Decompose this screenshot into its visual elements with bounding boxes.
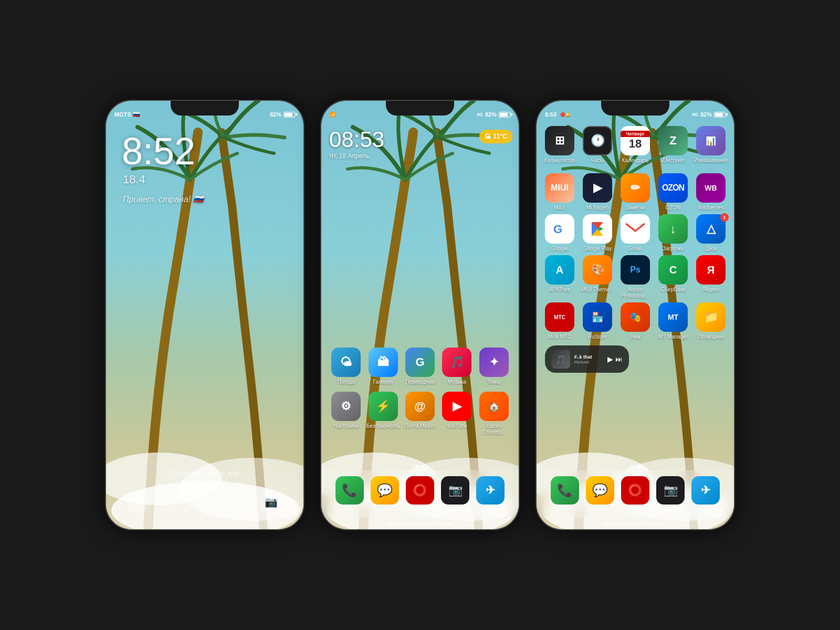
app-zarchiver[interactable]: Z ZArchiver: [656, 126, 690, 164]
dock3-messages[interactable]: 💬: [584, 476, 616, 505]
app-gmail[interactable]: Gmail: [618, 214, 652, 252]
app-miui[interactable]: MIUI MIUI: [543, 173, 576, 211]
app-rustore[interactable]: 🏪 RuStore: [581, 302, 614, 340]
app-gallery[interactable]: 🏔 Галерея: [366, 348, 400, 385]
app-row-3-2: MIUI MIUI ▶ Mi Видео ✏ Заметки OZON OZON: [541, 173, 730, 211]
dock-messages[interactable]: 💬: [369, 476, 401, 505]
app-yandex[interactable]: Я Яндекс: [694, 255, 728, 293]
app-xiaomi[interactable]: 🏠 9 Xiaomi Commu...: [477, 392, 511, 436]
svg-text:G: G: [553, 223, 562, 236]
app-calculator[interactable]: ⊞ Калькулятор: [543, 126, 576, 164]
dock3-phone[interactable]: 📞: [549, 476, 581, 505]
app-photoshop[interactable]: Ps Adobe Photoshop...: [618, 255, 652, 299]
app-wb[interactable]: WB Wildberries: [694, 173, 728, 211]
mtmanager-icon: MT: [658, 302, 688, 332]
mivideo-icon: ▶: [583, 173, 612, 203]
app-notes[interactable]: ✏ Заметки: [618, 173, 652, 211]
notch-1: [171, 101, 239, 116]
app-settings[interactable]: ⚙ Настройки: [329, 392, 363, 429]
app-calendar[interactable]: Четверг 18 Календарь: [618, 126, 652, 164]
downloads-icon: ↓: [658, 214, 688, 244]
app-miuitheme[interactable]: 🎨 MIUI Theme...: [581, 255, 614, 293]
app-weather[interactable]: 🌤 Погода: [329, 348, 363, 385]
dock3-camera[interactable]: 📷: [655, 476, 686, 505]
app-yama[interactable]: 🎭 Яма: [618, 302, 652, 340]
notes-label: Заметки: [625, 205, 645, 211]
rustore-label: RuStore: [588, 334, 607, 340]
mired3-app-icon: ⭕: [621, 476, 649, 505]
music-controls[interactable]: ▶ ⏭: [607, 355, 623, 363]
clock-label: Часы: [591, 158, 604, 164]
app-ozon[interactable]: OZON OZON: [656, 173, 690, 211]
clock-icon: 🕐: [583, 126, 612, 155]
app-mymts[interactable]: МТС Мой МТС: [543, 302, 576, 340]
app-mivideo[interactable]: ▶ Mi Видео: [581, 173, 614, 211]
files-label: Проводник: [698, 334, 724, 340]
flashlight-button[interactable]: ⊙: [127, 490, 150, 513]
app-sberbank[interactable]: С СберБанк: [656, 255, 690, 293]
app-row-3-1: ⊞ Калькулятор 🕐 Часы Четверг 18 Календар…: [541, 126, 730, 170]
battery-pct-2: 82%: [485, 111, 497, 118]
status-left-2: 📶: [330, 112, 335, 117]
app-row-2: ⚙ Настройки ⚡ 1 Безопасность @ Почта Mai…: [328, 392, 512, 436]
swipe-text: Проведите вверх дляразблокировки: [171, 469, 238, 485]
miui-icon: MIUI: [545, 173, 574, 203]
home-clock-time-2: 08:53: [329, 127, 384, 152]
app-files[interactable]: 📁 Проводник: [694, 302, 728, 340]
app-disk[interactable]: △ 1 Диск: [694, 214, 728, 252]
dock-mired[interactable]: ⭕: [404, 476, 436, 505]
app-row-1: 🌤 Погода 🏔 Галерея G Переводчик 🎵 Музыка: [328, 348, 512, 385]
app-downloads[interactable]: ↓ Загрузки: [656, 214, 690, 252]
battery-icon-2: [499, 112, 510, 118]
xiaomi-app-icon: 🏠: [479, 392, 509, 421]
app-googleplay[interactable]: Google Play: [581, 214, 614, 252]
messages3-app-icon: 💬: [586, 476, 614, 505]
phone-2: 📶 08:53 4G 82% 08:53 Чт, 18 Апрель 🌤 11°…: [320, 100, 520, 530]
app-google[interactable]: G Google: [543, 214, 576, 252]
app-security[interactable]: ⚡ 1 Безопасность: [366, 392, 400, 429]
app-translate[interactable]: G Переводчик: [403, 348, 437, 385]
play-button[interactable]: ▶: [607, 355, 613, 363]
app-mtmanager[interactable]: MT MT Manager: [656, 302, 690, 340]
home-screen-3: ⊞ Калькулятор 🕐 Часы Четверг 18 Календар…: [537, 101, 734, 529]
camera3-app-icon: 📷: [656, 476, 685, 505]
camera-button[interactable]: 📷: [259, 490, 282, 513]
dock3-telegram[interactable]: ✈: [690, 476, 721, 505]
app-apkpure[interactable]: A APKPure: [543, 255, 576, 293]
camera-app-icon: 📷: [441, 476, 469, 505]
home-indicator-2: [321, 518, 519, 529]
dock3-mired[interactable]: ⭕: [620, 476, 651, 505]
wearfit-icon: 📊: [696, 126, 726, 155]
yama-icon: 🎭: [621, 302, 650, 332]
lock-bottom: Проведите вверх дляразблокировки ⊙ 📷: [106, 469, 303, 513]
dot-3-1: [631, 465, 634, 468]
dot-3-2: [637, 465, 640, 468]
yama-label: Яма: [630, 334, 640, 340]
calendar-icon: Четверг 18: [621, 126, 650, 155]
dock-telegram[interactable]: ✈: [475, 476, 506, 505]
music-info: F..k that Музыка: [574, 354, 603, 364]
downloads-label: Загрузки: [663, 246, 684, 252]
dock-phone[interactable]: 📞: [334, 476, 365, 505]
sberbank-icon: С: [658, 255, 688, 285]
dock-camera[interactable]: 📷: [439, 476, 471, 505]
app-youtube[interactable]: ▶ YouTube: [440, 392, 474, 429]
messages-app-icon: 💬: [371, 476, 399, 505]
security-app-icon: ⚡: [369, 392, 398, 421]
app-mail[interactable]: @ Почта Mail.ru: [403, 392, 437, 429]
next-button[interactable]: ⏭: [615, 355, 623, 363]
app-themes[interactable]: ✦ Темы: [477, 348, 511, 385]
ozon-icon: OZON: [658, 173, 688, 203]
app-music[interactable]: 🎵 Музыка: [440, 348, 474, 385]
music-widget-3[interactable]: 🎵 F..k that Музыка ▶ ⏭: [545, 345, 629, 373]
app-wearfit[interactable]: 📊 Изнашивание...: [694, 126, 728, 170]
security-label: Безопасность: [366, 423, 400, 429]
status-right-3: 4G 82%: [692, 111, 726, 118]
home-clock-2: 08:53 Чт, 18 Апрель: [329, 127, 384, 160]
status-right-2: 4G 82%: [477, 111, 510, 118]
lock-time: 8:52: [106, 132, 303, 170]
app-clock[interactable]: 🕐 Часы: [581, 126, 614, 164]
calculator-icon: ⊞: [545, 126, 574, 155]
googleplay-label: Google Play: [583, 246, 612, 252]
phone-1: MGTS 🇷🇺 82% 8:52 18.4 Привет, страна! 🇷🇺…: [105, 100, 304, 530]
